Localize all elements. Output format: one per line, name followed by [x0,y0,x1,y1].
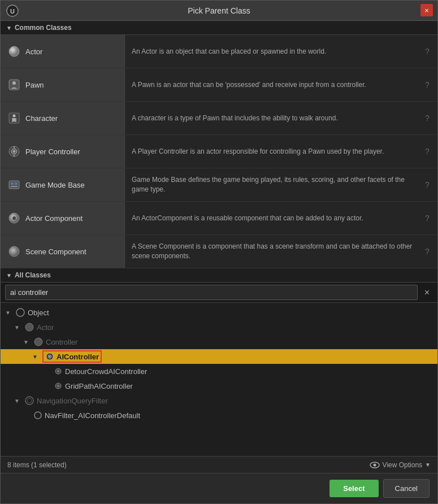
actor-label: Actor [25,47,42,56]
detour-label: DetourCrowdAIController [65,367,147,376]
pawn-help-icon[interactable]: ? [422,79,433,90]
actor-component-description: An ActorComponent is a reusable componen… [125,209,422,228]
common-classes-label: Common Classes [15,24,72,32]
actor-description: An Actor is an object that can be placed… [125,42,422,61]
actor-row: Actor An Actor is an object that can be … [1,35,437,68]
game-mode-base-description: Game Mode Base defines the game being pl… [125,171,422,199]
actor-component-button[interactable]: Actor Component [1,202,125,234]
pawn-label: Pawn [25,81,44,89]
navqueryfilter-icon [24,396,34,406]
game-mode-base-help-icon[interactable]: ? [422,179,433,190]
expand-object-icon: ▼ [5,310,13,316]
pawn-row: Pawn A Pawn is an actor that can be 'pos… [1,68,437,102]
class-tree: ▼ Object ▼ Actor ▼ Controller ▼ [1,303,437,456]
svg-point-34 [34,412,41,419]
tree-item-object[interactable]: ▼ Object [1,305,437,320]
window-title: Pick Parent Class [188,6,250,15]
player-controller-icon [7,145,21,158]
actor-tree-label: Actor [37,323,54,332]
detour-icon [54,367,63,376]
gridpath-icon [54,381,63,390]
tree-item-actor[interactable]: ▼ Actor [1,320,437,334]
character-icon [7,111,21,125]
svg-rect-8 [12,118,14,122]
view-options-button[interactable]: View Options ▼ [370,461,431,469]
game-mode-base-label: Game Mode Base [25,181,85,189]
svg-rect-9 [15,118,16,122]
tree-item-controller[interactable]: ▼ Controller [1,334,437,349]
svg-point-32 [25,397,33,405]
common-classes-header: ▼ Common Classes [1,21,437,35]
pawn-button[interactable]: Pawn [1,68,125,101]
tree-item-detour[interactable]: DetourCrowdAIController [1,364,437,379]
search-bar: × [1,283,437,303]
title-bar: U Pick Parent Class × [1,1,437,21]
search-input[interactable] [5,285,418,300]
status-bar: 8 items (1 selected) View Options ▼ [1,456,437,473]
tree-item-gridpath[interactable]: GridPathAIController [1,379,437,393]
svg-point-21 [9,246,19,257]
expand-controller-icon: ▼ [23,339,31,345]
character-button[interactable]: Character [1,102,125,134]
navqueryfilter-label: NavigationQueryFilter [37,397,108,405]
tree-item-aicontroller[interactable]: ▼ AIController [1,349,437,364]
svg-point-33 [27,398,32,403]
common-classes-arrow: ▼ [6,25,12,31]
view-options-arrow-icon: ▼ [425,462,431,468]
svg-rect-15 [9,181,19,189]
svg-point-29 [57,370,59,372]
actor-button[interactable]: Actor [1,35,125,68]
player-controller-button[interactable]: Player Controller [1,135,125,168]
close-button[interactable]: × [420,4,433,16]
scene-component-help-icon[interactable]: ? [422,246,433,257]
all-classes-header: ▼ All Classes [1,268,437,283]
actor-icon [7,45,21,58]
scene-component-label: Scene Component [25,247,86,256]
search-clear-button[interactable]: × [421,286,433,299]
status-text: 8 items (1 selected) [7,461,67,469]
expand-aicontroller-icon: ▼ [32,354,40,360]
cancel-button[interactable]: Cancel [383,479,430,498]
player-controller-description: A Player Controller is an actor responsi… [125,142,422,161]
tree-item-navfilter-default[interactable]: NavFilter_AIControllerDefault [1,408,437,423]
actor-component-icon [7,211,21,225]
pawn-description: A Pawn is an actor that can be 'possesse… [125,76,422,94]
svg-point-31 [57,385,59,387]
ue-logo-icon: U [6,5,19,17]
scene-component-icon [7,245,21,258]
object-icon [15,307,25,318]
expand-navqueryfilter-icon: ▼ [14,398,22,404]
pawn-icon [7,78,21,92]
svg-point-22 [16,309,24,316]
scene-component-description: A Scene Component is a component that ha… [125,237,422,266]
character-description: A character is a type of Pawn that inclu… [125,109,422,128]
actor-help-icon[interactable]: ? [422,46,433,57]
aicontroller-icon [45,352,54,361]
controller-tree-label: Controller [46,338,77,346]
svg-rect-16 [11,183,14,185]
controller-tree-icon [33,337,44,347]
eye-icon [370,461,380,469]
svg-point-27 [49,356,50,357]
svg-point-36 [373,463,376,466]
player-controller-help-icon[interactable]: ? [422,146,433,157]
footer-buttons: Select Cancel [1,473,437,503]
navfilter-default-label: NavFilter_AIControllerDefault [45,411,140,420]
svg-point-4 [12,81,16,85]
select-button[interactable]: Select [329,480,378,497]
game-mode-base-button[interactable]: Game Mode Base [1,168,125,201]
scene-component-button[interactable]: Scene Component [1,235,125,268]
actor-component-label: Actor Component [25,214,83,223]
actor-tree-icon [24,322,34,332]
tree-item-navqueryfilter[interactable]: ▼ NavigationQueryFilter [1,393,437,408]
actor-component-help-icon[interactable]: ? [422,212,433,224]
expand-actor-icon: ▼ [14,324,22,331]
pick-parent-class-window: U Pick Parent Class × ▼ Common Classes A… [0,0,438,504]
character-help-icon[interactable]: ? [422,112,433,124]
player-controller-label: Player Controller [25,147,80,156]
player-controller-row: Player Controller A Player Controller is… [1,135,437,168]
common-classes-section: ▼ Common Classes Actor An Actor is an ob… [1,21,437,268]
object-label: Object [28,309,49,317]
character-row: Character A character is a type of Pawn … [1,102,437,135]
game-mode-base-icon [7,178,21,192]
